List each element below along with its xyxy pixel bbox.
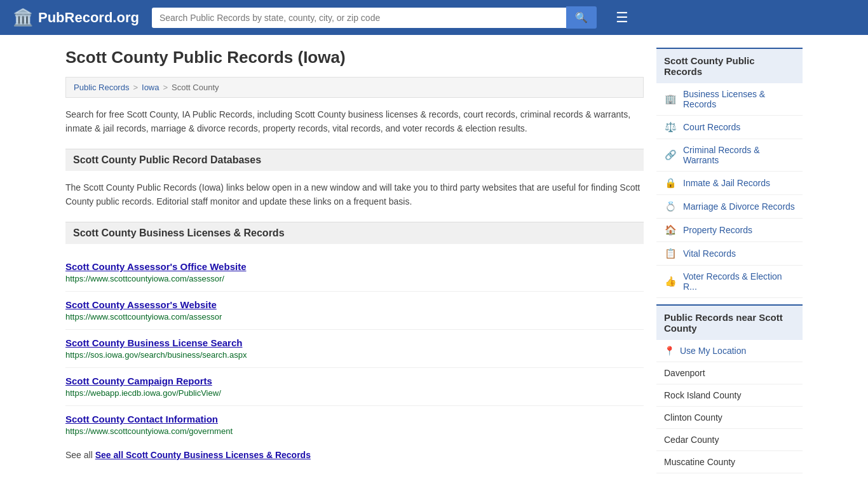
sidebar-label-4: Marriage & Divorce Records (683, 201, 795, 212)
menu-button[interactable]: ☰ (616, 10, 628, 26)
record-item: Scott County Business License Search htt… (65, 330, 644, 368)
sidebar-icon-2: 🔗 (664, 149, 677, 161)
sidebar-icon-4: 💍 (664, 201, 677, 212)
sidebar-label-0: Business Licenses & Records (683, 89, 795, 109)
record-title-2[interactable]: Scott County Business License Search (65, 337, 644, 348)
record-url-0[interactable]: https://www.scottcountyiowa.com/assessor… (65, 274, 644, 283)
nearby-item-3[interactable]: Clinton County (656, 407, 803, 429)
sidebar-icon-7: 👍 (664, 276, 677, 287)
sidebar-label-7: Voter Records & Election R... (683, 271, 795, 292)
record-title-3[interactable]: Scott County Campaign Reports (65, 376, 644, 386)
content-area: Scott County Public Records (Iowa) Publi… (65, 48, 644, 480)
sidebar-icon-6: 📋 (664, 248, 677, 259)
see-all-link[interactable]: See all Scott County Business Licenses &… (95, 450, 311, 460)
sidebar-icon-3: 🔒 (664, 177, 677, 189)
sidebar-nearby-header: Public Records near Scott County (656, 304, 803, 340)
header: 🏛️ PubRecord.org 🔍 ☰ (0, 0, 868, 35)
sidebar-item-4[interactable]: 💍 Marriage & Divorce Records (656, 195, 803, 219)
record-url-3[interactable]: https://webapp.iecdb.iowa.gov/PublicView… (65, 388, 644, 398)
sidebar-label-6: Vital Records (683, 248, 736, 259)
sidebar-icon-0: 🏢 (664, 93, 677, 105)
sidebar-item-6[interactable]: 📋 Vital Records (656, 242, 803, 266)
nearby-item-4[interactable]: Cedar County (656, 429, 803, 451)
record-item: Scott County Assessor's Office Website h… (65, 254, 644, 292)
breadcrumb-public-records[interactable]: Public Records (74, 83, 129, 92)
breadcrumb-sep-1: > (133, 83, 138, 92)
record-item: Scott County Contact Information https:/… (65, 406, 644, 444)
databases-section-header: Scott County Public Record Databases (65, 149, 644, 171)
sidebar-label-5: Property Records (683, 225, 752, 235)
logo-icon: 🏛️ (13, 8, 33, 27)
search-input[interactable] (152, 8, 566, 28)
logo-text: PubRecord.org (38, 10, 139, 26)
record-url-4[interactable]: https://www.scottcountyiowa.com/governme… (65, 426, 644, 436)
business-records-list: Scott County Assessor's Office Website h… (65, 254, 644, 444)
use-my-location-button[interactable]: 📍Use My Location (656, 340, 803, 362)
sidebar-icon-5: 🏠 (664, 224, 677, 236)
sidebar-item-7[interactable]: 👍 Voter Records & Election R... (656, 266, 803, 298)
sidebar-public-records-header: Scott County Public Records (656, 48, 803, 83)
nearby-item-2[interactable]: Rock Island County (656, 384, 803, 407)
record-title-4[interactable]: Scott County Contact Information (65, 414, 644, 424)
record-url-2[interactable]: https://sos.iowa.gov/search/business/sea… (65, 350, 644, 360)
sidebar-label-1: Court Records (683, 122, 740, 132)
sidebar-item-0[interactable]: 🏢 Business Licenses & Records (656, 83, 803, 116)
breadcrumb: Public Records > Iowa > Scott County (65, 77, 644, 98)
business-section-header: Scott County Business Licenses & Records (65, 222, 644, 244)
search-area: 🔍 (152, 6, 597, 29)
main-container: Scott County Public Records (Iowa) Publi… (53, 35, 815, 488)
breadcrumb-iowa[interactable]: Iowa (142, 83, 159, 92)
sidebar-item-3[interactable]: 🔒 Inmate & Jail Records (656, 172, 803, 195)
nearby-item-5[interactable]: Muscatine County (656, 451, 803, 473)
page-title: Scott County Public Records (Iowa) (65, 48, 644, 67)
sidebar-icon-1: ⚖️ (664, 121, 677, 133)
record-title-0[interactable]: Scott County Assessor's Office Website (65, 261, 644, 272)
location-icon: 📍 (664, 346, 675, 356)
sidebar-item-2[interactable]: 🔗 Criminal Records & Warrants (656, 139, 803, 172)
logo-link[interactable]: 🏛️ PubRecord.org (13, 8, 139, 27)
nearby-item-1[interactable]: Davenport (656, 362, 803, 384)
record-item: Scott County Campaign Reports https://we… (65, 368, 644, 406)
search-button[interactable]: 🔍 (566, 6, 597, 29)
see-all-area: See all See all Scott County Business Li… (65, 450, 644, 460)
sidebar-nearby-links: 📍Use My LocationDavenportRock Island Cou… (656, 340, 803, 473)
record-item: Scott County Assessor's Website https://… (65, 292, 644, 330)
sidebar-public-records-section: Scott County Public Records 🏢 Business L… (656, 48, 803, 298)
sidebar-nearby-section: Public Records near Scott County 📍Use My… (656, 304, 803, 473)
breadcrumb-sep-2: > (163, 83, 168, 92)
sidebar-label-3: Inmate & Jail Records (683, 178, 770, 188)
sidebar-item-5[interactable]: 🏠 Property Records (656, 219, 803, 242)
sidebar: Scott County Public Records 🏢 Business L… (656, 48, 803, 480)
sidebar-item-1[interactable]: ⚖️ Court Records (656, 116, 803, 139)
record-url-1[interactable]: https://www.scottcountyiowa.com/assessor (65, 312, 644, 322)
databases-description: The Scott County Public Records (Iowa) l… (65, 180, 644, 209)
record-title-1[interactable]: Scott County Assessor's Website (65, 299, 644, 310)
sidebar-record-links: 🏢 Business Licenses & Records ⚖️ Court R… (656, 83, 803, 298)
page-description: Search for free Scott County, IA Public … (65, 107, 644, 136)
sidebar-label-2: Criminal Records & Warrants (683, 145, 795, 165)
breadcrumb-scott-county: Scott County (172, 83, 219, 92)
use-location-label: Use My Location (680, 346, 746, 356)
